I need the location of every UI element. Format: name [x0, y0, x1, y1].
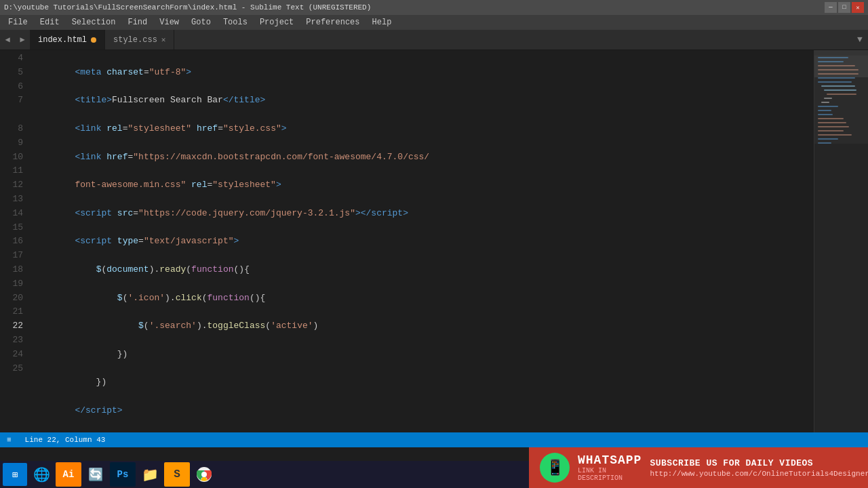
line-num-18: 18 — [0, 263, 23, 277]
menu-find[interactable]: Find — [122, 16, 153, 28]
code-line-8: <script src="https://code.jquery.com/jqu… — [33, 207, 814, 221]
status-icon: ≡ — [7, 436, 12, 444]
taskbar-illustrator[interactable]: Ai — [56, 462, 81, 487]
menu-project[interactable]: Project — [254, 16, 299, 28]
notification-subtitle: http://www.youtube.com/c/OnlineTutorials… — [650, 470, 868, 478]
notification-link-label: LINK IN DESCRIPTION — [578, 467, 642, 482]
tab-index-html[interactable]: index.html — [30, 30, 105, 49]
code-line-15: </script> — [33, 404, 814, 418]
menu-tools[interactable]: Tools — [218, 16, 253, 28]
taskbar: ⊞ 🌐 Ai 🔄 Ps 📁 S 📱 WHATSAPP LINK IN DESCR… — [0, 461, 868, 488]
menu-goto[interactable]: Goto — [186, 16, 216, 28]
window-controls[interactable]: ─ □ ✕ — [825, 2, 864, 13]
line-num-7b — [0, 108, 23, 122]
line-num-22: 22 — [0, 319, 23, 333]
menu-view[interactable]: View — [154, 16, 184, 28]
minimap[interactable] — [814, 50, 868, 432]
whatsapp-brand: WHATSAPP — [578, 453, 642, 467]
line-num-8: 8 — [0, 122, 23, 136]
tab-spacer — [174, 30, 852, 49]
taskbar-ie[interactable]: 🌐 — [28, 462, 54, 487]
notification-title: SUBSCRIBE US FOR DAILY VIDEOS — [650, 458, 868, 468]
tab-nav-left[interactable]: ◀ — [0, 30, 15, 49]
line-num-15: 15 — [0, 221, 23, 235]
taskbar-sublime[interactable]: S — [164, 462, 190, 487]
tab-index-html-label: index.html — [38, 35, 87, 45]
code-editor[interactable]: <meta charset="utf-8"> <title>Fullscreen… — [27, 50, 814, 432]
start-button[interactable]: ⊞ — [3, 463, 27, 486]
status-bar: ≡ Line 22, Column 43 — [0, 432, 868, 447]
code-line-12: $('.search').toggleClass('active') — [33, 319, 814, 333]
status-position: Line 22, Column 43 — [25, 436, 106, 444]
window-title: D:\youtube Tutorials\FullScreenSearchFor… — [4, 3, 825, 12]
minimize-button[interactable]: ─ — [825, 2, 837, 13]
line-num-23: 23 — [0, 333, 23, 348]
menu-help[interactable]: Help — [367, 16, 397, 28]
taskbar-photoshop[interactable]: Ps — [110, 462, 136, 487]
line-number-gutter: 4 5 6 7 8 9 10 11 12 13 14 15 16 17 18 1… — [0, 50, 27, 432]
code-line-7b: font-awesome.min.css" rel="stylesheet"> — [33, 178, 814, 192]
tab-bar: ◀ ▶ index.html style.css ✕ ▼ — [0, 30, 868, 50]
line-num-14: 14 — [0, 207, 23, 221]
whatsapp-icon: 📱 — [540, 453, 570, 483]
menu-preferences[interactable]: Preferences — [300, 16, 365, 28]
taskbar-explorer[interactable]: 📁 — [137, 462, 163, 487]
line-num-9: 9 — [0, 136, 23, 150]
line-num-19: 19 — [0, 277, 23, 291]
tab-style-css[interactable]: style.css ✕ — [105, 30, 174, 49]
code-line-11: $('.icon').click(function(){ — [33, 291, 814, 306]
notification-main: SUBSCRIBE US FOR DAILY VIDEOS http://www… — [650, 458, 868, 478]
code-line-5: <title>Fullscreen Search Bar</title> — [33, 94, 814, 108]
tab-nav-right[interactable]: ▶ — [15, 30, 30, 49]
line-num-24: 24 — [0, 348, 23, 362]
line-num-7: 7 — [0, 94, 23, 108]
code-line-14: }) — [33, 375, 814, 390]
tab-modified-indicator — [91, 37, 96, 43]
taskbar-app3[interactable]: 🔄 — [83, 462, 108, 487]
notification-text: WHATSAPP LINK IN DESCRIPTION — [578, 453, 642, 482]
svg-point-25 — [201, 472, 207, 477]
line-num-10: 10 — [0, 150, 23, 165]
code-line-4: <meta charset="utf-8"> — [33, 66, 814, 80]
maximize-button[interactable]: □ — [838, 2, 850, 13]
tab-dropdown-button[interactable]: ▼ — [852, 30, 868, 49]
menu-bar: File Edit Selection Find View Goto Tools… — [0, 15, 868, 30]
notification-bar: 📱 WHATSAPP LINK IN DESCRIPTION SUBSCRIBE… — [529, 447, 868, 488]
code-line-6: <link rel="stylesheet" href="style.css"> — [33, 122, 814, 136]
menu-file[interactable]: File — [3, 16, 33, 28]
line-num-25: 25 — [0, 362, 23, 376]
line-num-12: 12 — [0, 178, 23, 192]
taskbar-chrome[interactable] — [191, 462, 217, 487]
line-num-20: 20 — [0, 291, 23, 306]
tab-style-css-label: style.css — [113, 35, 157, 45]
line-num-4: 4 — [0, 52, 23, 66]
line-num-5: 5 — [0, 66, 23, 80]
code-line-13: }) — [33, 348, 814, 362]
code-line-10: $(document).ready(function(){ — [33, 263, 814, 277]
menu-edit[interactable]: Edit — [35, 16, 65, 28]
line-num-16: 16 — [0, 235, 23, 249]
close-button[interactable]: ✕ — [852, 2, 864, 13]
line-num-17: 17 — [0, 249, 23, 263]
line-num-11: 11 — [0, 164, 23, 178]
svg-rect-22 — [814, 56, 868, 144]
line-num-6: 6 — [0, 80, 23, 94]
title-bar: D:\youtube Tutorials\FullScreenSearchFor… — [0, 0, 868, 15]
tab-style-css-close[interactable]: ✕ — [161, 35, 166, 44]
line-num-13: 13 — [0, 192, 23, 207]
code-line-9: <script type="text/javascript"> — [33, 235, 814, 249]
code-line-7a: <link href="https://maxcdn.bootstrapcdn.… — [33, 150, 814, 165]
line-num-21: 21 — [0, 305, 23, 319]
menu-selection[interactable]: Selection — [66, 16, 121, 28]
editor-area: 4 5 6 7 8 9 10 11 12 13 14 15 16 17 18 1… — [0, 50, 868, 432]
